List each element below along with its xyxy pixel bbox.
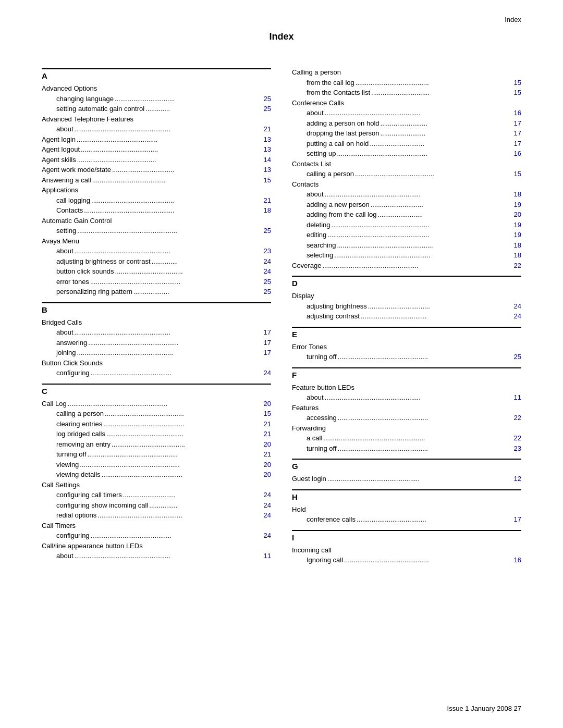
- entry-dots: ................................: [115, 94, 263, 104]
- entry-dots: ........................................…: [103, 419, 262, 429]
- entry-page[interactable]: 16: [514, 108, 521, 118]
- entry-page[interactable]: 23: [264, 246, 271, 256]
- entry-page[interactable]: 25: [264, 226, 271, 236]
- entry-dots: ........................................…: [334, 250, 512, 261]
- entry-page[interactable]: 15: [264, 409, 271, 419]
- entry-page[interactable]: 21: [264, 195, 271, 206]
- entry-page[interactable]: 16: [514, 555, 521, 565]
- entry-label: redial options: [56, 510, 96, 521]
- index-entry: searching...............................…: [292, 240, 521, 251]
- entry-page[interactable]: 19: [514, 200, 521, 210]
- entry-page[interactable]: 21: [264, 429, 271, 439]
- entry-label: Ignoring call: [307, 555, 343, 565]
- entry-dots: .......................................: [92, 175, 263, 186]
- entry-page[interactable]: 24: [514, 301, 521, 312]
- entry-page[interactable]: 23: [514, 443, 521, 454]
- section-letter: B: [42, 302, 271, 314]
- index-entry: Calling a person: [292, 67, 521, 78]
- entry-page[interactable]: 20: [264, 470, 271, 480]
- index-entry: Features: [292, 403, 521, 413]
- index-entry: Hold: [292, 504, 521, 515]
- entry-page[interactable]: 21: [264, 449, 271, 460]
- entry-page[interactable]: 20: [264, 399, 271, 409]
- entry-page[interactable]: 24: [264, 256, 271, 267]
- entry-label: Coverage: [292, 261, 321, 271]
- entry-page[interactable]: 20: [264, 460, 271, 470]
- entry-dots: ........................................…: [77, 134, 262, 145]
- entry-page[interactable]: 18: [514, 250, 521, 261]
- entry-page[interactable]: 18: [264, 205, 271, 216]
- entry-page[interactable]: 24: [264, 510, 271, 521]
- entry-page[interactable]: 20: [514, 209, 521, 220]
- entry-dots: ........................................…: [325, 392, 513, 403]
- entry-page[interactable]: 19: [514, 230, 521, 240]
- index-entry: putting a call on hold..................…: [292, 139, 521, 149]
- entry-page[interactable]: 22: [514, 413, 521, 423]
- entry-label: editing: [307, 230, 326, 240]
- entry-page[interactable]: 13: [264, 144, 271, 155]
- entry-label: Agent logout: [42, 144, 80, 155]
- index-entry: deleting................................…: [292, 220, 521, 230]
- entry-dots: ............................: [123, 490, 263, 500]
- entry-page[interactable]: 22: [514, 433, 521, 443]
- entry-page[interactable]: 15: [514, 78, 521, 88]
- entry-page[interactable]: 11: [264, 551, 271, 561]
- entry-page[interactable]: 17: [264, 348, 271, 358]
- entry-page[interactable]: 16: [514, 149, 521, 159]
- entry-label: Answering a call: [42, 175, 91, 186]
- entry-page[interactable]: 13: [264, 134, 271, 145]
- entry-page[interactable]: 22: [514, 261, 521, 271]
- entry-page[interactable]: 25: [264, 277, 271, 287]
- index-columns: AAdvanced Optionschanging language......…: [42, 63, 521, 565]
- entry-page[interactable]: 24: [264, 490, 271, 500]
- entry-page[interactable]: 24: [514, 311, 521, 322]
- index-entry: Advanced Telephone Features: [42, 114, 271, 125]
- entry-page[interactable]: 24: [264, 500, 271, 511]
- entry-page[interactable]: 11: [514, 392, 521, 403]
- entry-dots: .......................................: [356, 78, 513, 88]
- entry-label: Forwarding: [292, 423, 326, 434]
- entry-page[interactable]: 12: [514, 474, 521, 484]
- entry-dots: ........................................…: [337, 149, 512, 159]
- entry-dots: .....................................: [357, 514, 513, 525]
- entry-page[interactable]: 21: [264, 419, 271, 429]
- entry-label: about: [56, 551, 74, 561]
- entry-page[interactable]: 25: [514, 352, 521, 362]
- entry-page[interactable]: 14: [264, 155, 271, 165]
- entry-page[interactable]: 17: [514, 514, 521, 525]
- entry-page[interactable]: 25: [264, 287, 271, 297]
- entry-page[interactable]: 25: [264, 94, 271, 104]
- entry-dots: ........................................…: [338, 443, 513, 454]
- entry-page[interactable]: 24: [264, 530, 271, 541]
- entry-dots: ........................................…: [325, 108, 513, 118]
- entry-label: Button Click Sounds: [42, 358, 103, 368]
- entry-page[interactable]: 24: [264, 368, 271, 378]
- index-entry: configuring.............................…: [42, 368, 271, 378]
- index-entry: about...................................…: [292, 392, 521, 403]
- index-entry: Error Tones: [292, 342, 521, 352]
- entry-page[interactable]: 15: [514, 88, 521, 98]
- entry-page[interactable]: 17: [514, 128, 521, 139]
- entry-page[interactable]: 17: [264, 338, 271, 348]
- entry-page[interactable]: 15: [264, 175, 271, 186]
- entry-page[interactable]: 19: [514, 220, 521, 230]
- entry-page[interactable]: 24: [264, 266, 271, 277]
- entry-page[interactable]: 17: [514, 118, 521, 129]
- index-entry: Agent skills............................…: [42, 155, 271, 165]
- entry-page[interactable]: 17: [514, 139, 521, 149]
- entry-page[interactable]: 18: [514, 189, 521, 200]
- index-entry: about...................................…: [292, 189, 521, 200]
- entry-label: conference calls: [307, 514, 356, 525]
- entry-page[interactable]: 21: [264, 124, 271, 134]
- entry-page[interactable]: 17: [264, 327, 271, 338]
- entry-dots: ........................................…: [337, 240, 512, 251]
- entry-page[interactable]: 15: [514, 169, 521, 179]
- entry-dots: ........................................…: [88, 338, 262, 348]
- entry-dots: ...............: [149, 500, 262, 511]
- entry-page[interactable]: 20: [264, 439, 271, 450]
- entry-page[interactable]: 25: [264, 104, 271, 114]
- entry-page[interactable]: 18: [514, 240, 521, 251]
- index-entry: clearing entries........................…: [42, 419, 271, 429]
- entry-page[interactable]: 13: [264, 165, 271, 175]
- index-entry: changing language.......................…: [42, 94, 271, 104]
